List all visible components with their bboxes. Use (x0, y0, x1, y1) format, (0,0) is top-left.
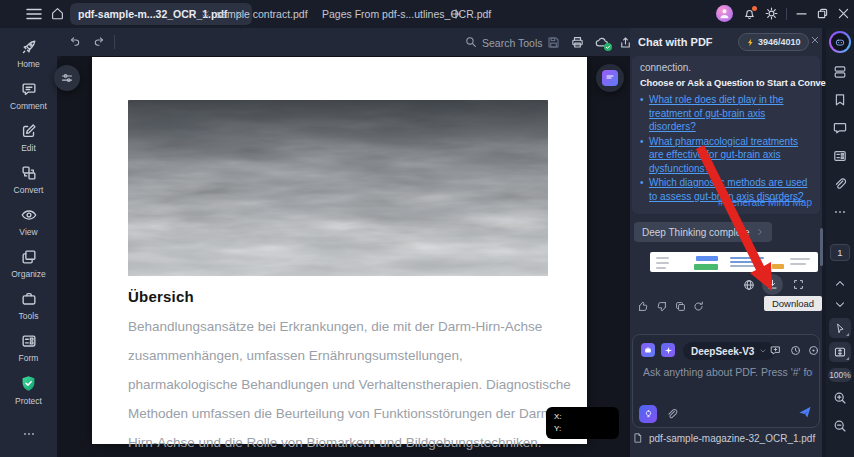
tab-inactive-2[interactable]: Pages From pdf-s...utlines_OCR.pdf (322, 8, 491, 20)
document-heading: Übersich (128, 288, 194, 305)
save-icon[interactable] (546, 35, 561, 50)
thumb-orange-node (772, 264, 784, 269)
search-tools-label[interactable]: Search Tools (482, 37, 543, 49)
page-down-icon[interactable] (832, 298, 848, 312)
notifications-bell-icon[interactable] (742, 6, 757, 21)
eye-icon (20, 206, 38, 224)
sidebar-item-form[interactable]: Form (0, 332, 57, 363)
chat-input-card[interactable]: DeepSeek-V3 (632, 334, 820, 428)
fit-page-button[interactable] (829, 342, 851, 362)
chat-panel-title[interactable]: Chat with PDF (638, 36, 713, 48)
zoom-in-icon[interactable] (832, 390, 848, 406)
toolbox-icon[interactable] (641, 343, 655, 357)
coordinates-tooltip: X: Y: (546, 407, 619, 439)
window-minimize-icon[interactable] (794, 6, 809, 21)
notification-dot (752, 6, 757, 11)
download-icon[interactable] (762, 274, 783, 295)
history-clock-icon[interactable] (789, 344, 802, 357)
panel-settings-sliders-button[interactable] (54, 65, 80, 91)
translate-globe-icon[interactable] (742, 278, 756, 292)
pages-icon (20, 248, 38, 266)
suggested-question[interactable]: What role does diet play in the treatmen… (640, 93, 812, 134)
rail-more-icon[interactable] (832, 204, 848, 220)
toolbar: Search Tools (57, 28, 630, 56)
new-tab-icon[interactable] (450, 8, 462, 20)
select-tool-button[interactable] (829, 318, 851, 338)
expand-fullscreen-icon[interactable] (792, 278, 805, 291)
search-icon[interactable] (464, 35, 478, 49)
thumbnails-panel-icon[interactable] (832, 64, 848, 80)
token-count: 3946/4010 (758, 37, 801, 47)
deep-thinking-status[interactable]: Deep Thinking complete (634, 222, 772, 242)
sidebar-item-tools[interactable]: Tools (0, 290, 57, 321)
zoom-out-icon[interactable] (832, 418, 848, 434)
thumb-green-node (694, 264, 718, 270)
send-icon[interactable] (797, 404, 813, 420)
thumb-blue-node (696, 256, 718, 261)
window-restore-icon[interactable] (815, 6, 830, 21)
ai-assistant-float-button[interactable] (596, 64, 624, 92)
divider (114, 35, 115, 49)
tab-list-chevrons-icon[interactable] (200, 9, 211, 20)
fit-width-icon (833, 345, 847, 359)
comments-panel-icon[interactable] (832, 120, 848, 136)
hamburger-menu-icon[interactable] (26, 8, 42, 20)
scope-icon[interactable] (807, 344, 820, 357)
thumbs-down-icon[interactable] (655, 300, 668, 313)
redo-icon[interactable] (92, 35, 106, 49)
sidebar-item-convert[interactable]: Convert (0, 164, 57, 195)
document-viewport[interactable]: Übersich Behandlungsansätze bei Erkranku… (57, 56, 630, 457)
regenerate-icon[interactable] (692, 300, 705, 313)
download-tooltip: Download (764, 296, 822, 311)
sidebar-more-icon[interactable] (0, 426, 57, 442)
copy-icon[interactable] (674, 300, 687, 313)
new-chat-icon[interactable] (769, 344, 782, 357)
chat-close-icon[interactable] (810, 35, 820, 45)
window-close-icon[interactable] (836, 6, 851, 21)
attachments-panel-icon[interactable] (832, 176, 848, 192)
bot-face-icon (831, 33, 849, 51)
convert-icon (20, 164, 38, 182)
ai-suggest-bulb-button[interactable] (639, 405, 657, 423)
purple-doc-icon (602, 70, 618, 86)
form-fields-panel-icon[interactable] (832, 148, 848, 164)
print-icon[interactable] (570, 35, 585, 50)
sidebar-item-edit[interactable]: Edit (0, 122, 57, 153)
home-icon[interactable] (50, 6, 65, 21)
sidebar-item-organize[interactable]: Organize (0, 248, 57, 279)
cloud-sync-icon[interactable] (594, 35, 610, 50)
page-number-box[interactable]: 1 (830, 244, 850, 261)
divider (786, 8, 787, 20)
connection-text: connection. (640, 62, 812, 73)
sidebar-item-home[interactable]: Home (0, 38, 57, 69)
pdf-page[interactable]: Übersich Behandlungsansätze bei Erkranku… (92, 57, 587, 444)
model-selector[interactable]: DeepSeek-V3 (683, 342, 775, 360)
suggested-question[interactable]: What pharmacological treatments are effe… (640, 135, 812, 176)
ai-chat-bot-button[interactable] (829, 31, 851, 53)
generate-mindmap-link[interactable]: #Generate Mind Map (718, 197, 812, 208)
mindmap-thumbnail[interactable] (650, 252, 818, 272)
undo-icon[interactable] (68, 35, 82, 49)
share-icon[interactable] (618, 35, 633, 50)
attach-paperclip-icon[interactable] (665, 407, 679, 421)
sidebar-item-protect[interactable]: Protect (0, 374, 57, 406)
ai-sparkle-icon[interactable] (661, 343, 675, 357)
zoom-level-badge[interactable]: 100% (828, 368, 852, 382)
sidebar-item-view[interactable]: View (0, 206, 57, 237)
thumbs-up-icon[interactable] (637, 300, 650, 313)
avatar[interactable] (716, 5, 733, 22)
scrollbar-thumb[interactable] (820, 228, 823, 266)
bookmarks-panel-icon[interactable] (832, 92, 848, 108)
chevron-right-icon (756, 228, 764, 236)
attached-file-chip[interactable]: pdf-sample-magazine-32_OCR_1.pdf (632, 432, 815, 444)
chat-title-chevron-icon[interactable] (704, 39, 713, 48)
sidebar-item-comment[interactable]: Comment (0, 80, 57, 111)
sliders-icon (60, 71, 74, 85)
left-sidebar: Home Comment Edit Convert View Organize … (0, 28, 57, 457)
tab-inactive-1[interactable]: sample contract.pdf (216, 8, 308, 20)
chat-input[interactable] (641, 365, 815, 379)
page-up-icon[interactable] (832, 276, 848, 290)
lightning-icon (746, 37, 755, 48)
settings-gear-icon[interactable] (764, 6, 779, 21)
chevron-down-icon (759, 347, 767, 355)
